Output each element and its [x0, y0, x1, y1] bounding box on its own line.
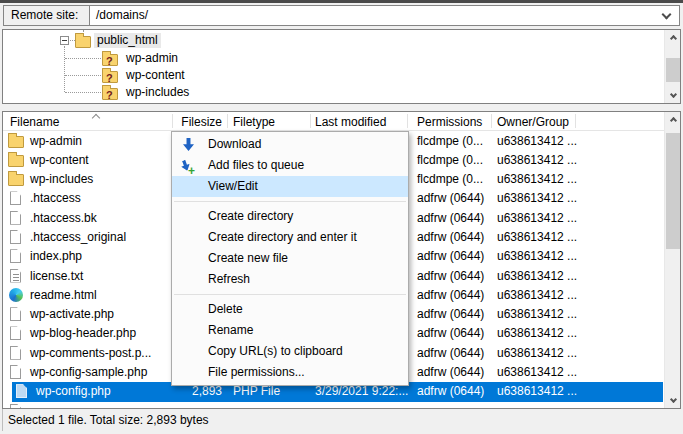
- menu-item-add-files-to-queue[interactable]: Add files to queue: [172, 155, 408, 176]
- remote-site-combobox[interactable]: /domains/: [89, 5, 680, 26]
- tree-scrollbar[interactable]: [664, 30, 680, 103]
- menu-item-download[interactable]: Download: [172, 134, 408, 155]
- folder-icon: [75, 36, 91, 48]
- menu-item-label: Copy URL(s) to clipboard: [208, 344, 343, 358]
- file-owner: u638613412 ...: [497, 344, 577, 363]
- scrollbar-thumb[interactable]: [666, 58, 680, 82]
- menu-item-refresh[interactable]: Refresh: [172, 269, 408, 290]
- column-divider: [227, 114, 228, 128]
- column-header-owner-group[interactable]: Owner/Group: [497, 114, 569, 130]
- menu-item-label: Delete: [208, 302, 243, 316]
- tree-connector: [65, 92, 101, 93]
- menu-item-file-permissions[interactable]: File permissions...: [172, 362, 408, 383]
- tree-item-label: public_html: [94, 33, 161, 48]
- file-permissions: adfrw (0644): [417, 324, 484, 343]
- tree-item-label: wp-includes: [123, 85, 192, 100]
- unknown-folder-icon: [102, 54, 118, 66]
- file-permissions: adfrw (0644): [417, 286, 484, 305]
- column-header-filesize[interactable]: Filesize: [153, 114, 222, 130]
- column-header-filename[interactable]: Filename: [10, 114, 59, 130]
- column-divider: [575, 114, 576, 128]
- menu-item-create-directory-and-enter-it[interactable]: Create directory and enter it: [172, 227, 408, 248]
- file-name: readme.html: [30, 286, 97, 305]
- file-name: wp-comments-post.p...: [30, 344, 151, 363]
- tree-item-wp-admin[interactable]: wp-admin: [3, 50, 680, 67]
- file-owner: u638613412 ...: [497, 267, 577, 286]
- file-name: wp-content: [30, 151, 89, 170]
- file-permissions: adfrw (0644): [417, 189, 484, 208]
- remote-directory-tree: public_html wp-adminwp-contentwp-include…: [2, 29, 681, 104]
- file-owner: u638613412 ...: [497, 132, 577, 151]
- file-icon: [10, 404, 21, 408]
- scrollbar-thumb[interactable]: [666, 133, 680, 249]
- remote-site-label: Remote site:: [3, 5, 90, 26]
- scroll-down-icon[interactable]: [665, 87, 681, 102]
- menu-item-label: View/Edit: [208, 179, 258, 193]
- file-permissions: adfrw (0644): [417, 344, 484, 363]
- file-permissions: flcdmpe (0...: [417, 151, 483, 170]
- tree-item-public-html[interactable]: public_html: [3, 32, 680, 49]
- menu-separator: [174, 294, 406, 295]
- menu-item-create-directory[interactable]: Create directory: [172, 206, 408, 227]
- sort-ascending-icon: [92, 114, 100, 122]
- chevron-down-icon[interactable]: [662, 10, 672, 20]
- file-permissions: adfrw (0644): [417, 209, 484, 228]
- menu-item-copy-url-s-to-clipboard[interactable]: Copy URL(s) to clipboard: [172, 341, 408, 362]
- tree-connector: [65, 75, 101, 76]
- edge-icon: [9, 288, 23, 302]
- file-list-scrollbar[interactable]: [664, 112, 680, 408]
- file-permissions: adfrw (0644): [417, 228, 484, 247]
- tree-item-label: wp-admin: [123, 51, 181, 66]
- window-top-edge: [0, 0, 683, 3]
- column-header-permissions[interactable]: Permissions: [417, 114, 482, 130]
- menu-item-rename[interactable]: Rename: [172, 320, 408, 341]
- column-header-last-modified[interactable]: Last modified: [315, 114, 386, 130]
- file-icon: [10, 211, 21, 225]
- menu-item-view-edit[interactable]: View/Edit: [172, 176, 408, 197]
- scroll-up-icon[interactable]: [665, 113, 681, 128]
- scroll-up-icon[interactable]: [665, 31, 681, 46]
- column-header-filetype[interactable]: Filetype: [233, 114, 275, 130]
- tree-item-wp-content[interactable]: wp-content: [3, 67, 680, 84]
- column-divider: [491, 114, 492, 128]
- menu-item-create-new-file[interactable]: Create new file: [172, 248, 408, 269]
- folder-icon: [8, 136, 24, 148]
- remote-site-path: /domains/: [96, 8, 148, 22]
- file-owner: u638613412 ...: [497, 151, 577, 170]
- file-owner: u638613412 ...: [497, 247, 577, 266]
- folder-icon: [8, 155, 24, 167]
- folder-icon: [8, 174, 24, 186]
- column-divider: [172, 114, 173, 128]
- file-name: .htaccess_original: [30, 228, 126, 247]
- file-permissions: adfrw (0644): [417, 305, 484, 324]
- file-owner: u638613412 ...: [497, 382, 577, 401]
- file-name: .htaccess: [30, 189, 81, 208]
- scroll-down-icon[interactable]: [665, 392, 681, 407]
- file-permissions: adfrw (0644): [417, 247, 484, 266]
- file-icon: [10, 326, 21, 340]
- file-icon: [10, 191, 21, 205]
- file-icon: [10, 230, 21, 244]
- file-name: wp-activate.php: [30, 305, 114, 324]
- status-text: Selected 1 file. Total size: 2,893 bytes: [8, 413, 209, 427]
- file-owner: u638613412 ...: [497, 305, 577, 324]
- tree-item-wp-includes[interactable]: wp-includes: [3, 84, 680, 101]
- file-permissions: adfrw (0644): [417, 267, 484, 286]
- file-owner: u638613412 ...: [497, 363, 577, 382]
- file-owner: u638613412 ...: [497, 189, 577, 208]
- file-icon: [10, 365, 21, 379]
- column-divider: [407, 114, 408, 128]
- menu-item-delete[interactable]: Delete: [172, 299, 408, 320]
- file-icon: [10, 307, 21, 321]
- file-permissions: adfrw (0644): [417, 382, 484, 401]
- file-owner: u638613412 ...: [497, 228, 577, 247]
- context-menu: DownloadAdd files to queueView/EditCreat…: [171, 131, 409, 386]
- menu-item-label: Create new file: [208, 251, 288, 265]
- file-icon: [10, 249, 21, 263]
- menu-item-label: Create directory and enter it: [208, 230, 357, 244]
- menu-item-label: Rename: [208, 323, 253, 337]
- file-row-partial[interactable]: [3, 402, 663, 408]
- collapse-expander-icon[interactable]: [60, 36, 69, 45]
- unknown-folder-icon: [102, 71, 118, 83]
- text-file-icon: [10, 269, 21, 283]
